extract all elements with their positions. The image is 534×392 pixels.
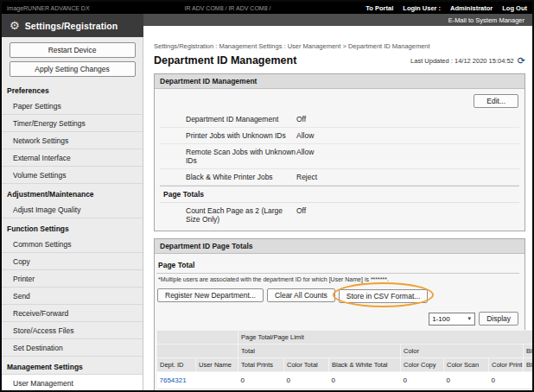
sidebar-item-set-destination[interactable]: Set Destination	[2, 339, 143, 357]
sidebar-section-management-settings: Management Settings	[2, 357, 143, 374]
last-updated-text: Last Updated : 14/12 2020 15:04:52	[410, 57, 514, 65]
breadcrumb-trail[interactable]: Settings/Registration : Management Setti…	[154, 42, 340, 50]
table-cell: 0	[401, 372, 444, 389]
section-title: Department ID Management	[155, 74, 524, 89]
setting-value: Off	[296, 206, 306, 224]
login-user-name: Administrator	[450, 4, 493, 12]
page-total-subtitle: Page Total	[156, 257, 519, 274]
sidebar-item-timer-energy-settings[interactable]: Timer/Energy Settings	[2, 115, 143, 132]
clear-all-counts-button[interactable]: Clear All Counts	[267, 288, 335, 302]
header-filler	[143, 26, 532, 37]
setting-row: Count Each Page as 2 (Large Size Only) O…	[160, 203, 519, 225]
sidebar-section-preferences: Preferences	[2, 80, 143, 98]
settings-sidebar: Restart Device Apply Setting Changes Pre…	[2, 37, 143, 390]
setting-value: Allow	[296, 148, 314, 165]
breadcrumb-separator: >	[342, 42, 346, 50]
setting-label: Department ID Management	[186, 115, 296, 123]
setting-value: Allow	[296, 131, 314, 140]
table-cell: 0	[238, 389, 284, 391]
setting-row: Remote Scan Jobs with Unknown IDs Allow	[160, 144, 519, 169]
column-header: Black & White Total	[329, 358, 401, 372]
column-header: Color Copy	[401, 358, 444, 372]
multiple-users-note: *Multiple users are associated with the …	[156, 276, 519, 282]
table-cell	[524, 389, 533, 391]
table-cell: 0	[489, 389, 524, 391]
setting-label: Remote Scan Jobs with Unknown IDs	[186, 148, 296, 165]
device-path: IR ADV COM8 / IR ADV COM8 /	[184, 5, 270, 11]
setting-label: Count Each Page as 2 (Large Size Only)	[186, 206, 296, 224]
table-actions-row: Register New Department... Clear All Cou…	[156, 287, 519, 303]
column-header: Black & White Copy	[524, 358, 533, 372]
table-row: 7654321 0 0 0 0 0 0	[157, 372, 533, 389]
page-title-row: Department ID Management Last Updated : …	[154, 54, 525, 66]
section-body: Edit... Department ID Management Off Pri…	[155, 89, 524, 231]
section-department-id-page-totals: Department ID Page Totals Page Total *Mu…	[154, 238, 525, 390]
sidebar-item-network-settings[interactable]: Network Settings	[2, 132, 143, 149]
sidebar-item-adjust-image-quality[interactable]: Adjust Image Quality	[2, 201, 143, 218]
sidebar-section-adjustment-maintenance: Adjustment/Maintenance	[2, 184, 143, 201]
page-totals-subheader: Page Totals	[160, 186, 519, 203]
device-topbar: imageRUNNER ADVANCE DX IR ADV COM8 / IR …	[2, 2, 532, 14]
register-new-department-button[interactable]: Register New Department...	[157, 288, 264, 302]
sidebar-section-function-settings: Function Settings	[2, 218, 143, 236]
refresh-icon[interactable]: ⟳	[518, 56, 525, 66]
table-cell: 0	[329, 372, 401, 389]
table-cell: 0	[284, 389, 329, 391]
edit-button[interactable]: Edit...	[474, 94, 518, 108]
table-cell: 0	[284, 372, 329, 389]
section-department-id-management: Department ID Management Edit... Departm…	[154, 73, 525, 231]
group-header-color: Color	[401, 345, 524, 358]
setting-value: Off	[296, 115, 306, 123]
column-header: Total Prints	[238, 358, 284, 372]
table-cell: 0	[329, 389, 401, 391]
edit-row: Edit...	[160, 92, 519, 111]
empty-header-cell	[157, 331, 238, 345]
table-cell: 0	[444, 389, 489, 391]
sidebar-item-receive-forward[interactable]: Receive/Forward	[2, 305, 143, 322]
column-header: Color Print	[489, 358, 524, 372]
table-cell	[196, 389, 238, 391]
sidebar-item-paper-settings[interactable]: Paper Settings	[2, 98, 143, 115]
store-in-csv-format-button[interactable]: Store in CSV Format...	[339, 289, 429, 303]
setting-label: Black & White Printer Jobs	[186, 173, 296, 181]
column-header: Color Total	[284, 358, 329, 372]
dept-id-link[interactable]: 7654321	[160, 376, 187, 384]
sidebar-item-user-management[interactable]: User Management	[2, 374, 143, 390]
table-column-header-row: Dept. ID User Name Total Prints Color To…	[157, 358, 533, 372]
table-cell	[157, 389, 196, 391]
range-select-value: 1-100	[432, 315, 449, 323]
column-header: Color Scan	[444, 358, 489, 372]
table-cell	[196, 372, 238, 389]
setting-row: Black & White Printer Jobs Reject	[160, 169, 519, 186]
table-cell: 0	[489, 372, 524, 389]
table-cell: 0	[401, 389, 444, 391]
sidebar-item-printer[interactable]: Printer	[2, 270, 143, 288]
sidebar-item-send[interactable]: Send	[2, 288, 143, 305]
app-title: Settings/Registration	[25, 21, 118, 31]
table-cell: 0	[238, 372, 284, 389]
group-header-black-white: Black & White	[524, 345, 533, 358]
sidebar-item-volume-settings[interactable]: Volume Settings	[2, 167, 143, 184]
header-bar: ⚙ Settings/Registration E-Mail to System…	[2, 14, 532, 37]
column-header: User Name	[196, 358, 238, 372]
sidebar-item-store-access-files[interactable]: Store/Access Files	[2, 322, 143, 339]
display-button[interactable]: Display	[479, 312, 518, 326]
email-system-manager-link[interactable]: E-Mail to System Manager	[448, 16, 524, 24]
sidebar-item-external-interface[interactable]: External Interface	[2, 149, 143, 167]
sidebar-item-common-settings[interactable]: Common Settings	[2, 236, 143, 253]
restart-device-button[interactable]: Restart Device	[10, 42, 136, 58]
apply-setting-changes-button[interactable]: Apply Setting Changes	[10, 61, 136, 77]
last-updated: Last Updated : 14/12 2020 15:04:52 ⟳	[410, 56, 525, 66]
device-name: imageRUNNER ADVANCE DX	[7, 5, 90, 11]
range-select[interactable]: 1-100 ▼	[429, 313, 475, 326]
to-portal-link[interactable]: To Portal	[366, 4, 393, 12]
sidebar-item-copy[interactable]: Copy	[2, 253, 143, 270]
table-span-header-row: Page Total/Page Limit	[157, 331, 533, 345]
logout-link[interactable]: Log Out	[502, 4, 527, 12]
table-row: 0 0 0 0 0 0	[157, 389, 533, 391]
app-title-block: ⚙ Settings/Registration	[2, 14, 143, 37]
table-group-header-row: Total Color Black & White	[157, 345, 533, 358]
setting-value: Reject	[296, 173, 317, 181]
email-strip: E-Mail to System Manager	[143, 14, 532, 26]
main-content: Settings/Registration : Management Setti…	[143, 37, 532, 390]
